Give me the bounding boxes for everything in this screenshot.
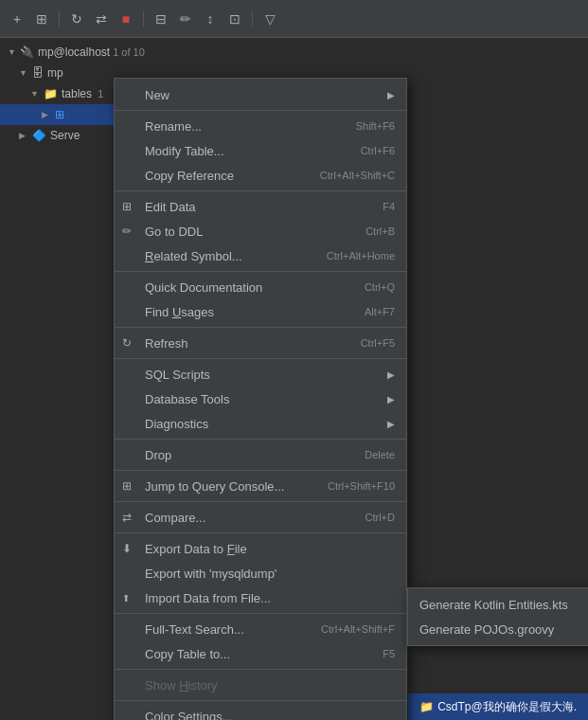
tree-arrow-db: ▼ xyxy=(19,68,28,78)
menu-label-show-history: Show History xyxy=(145,678,218,693)
toolbar-stop-icon[interactable]: ■ xyxy=(116,9,135,28)
menu-item-new[interactable]: New ▶ xyxy=(115,82,406,107)
menu-label-import-file: Import Data from File... xyxy=(145,591,271,605)
menu-label-sql-scripts: SQL Scripts xyxy=(145,368,210,382)
menu-label-copy-table: Copy Table to... xyxy=(145,647,230,661)
menu-label-new: New xyxy=(145,88,169,102)
tree-label-db: mp xyxy=(47,66,63,80)
menu-sep-2 xyxy=(115,271,406,272)
menu-shortcut-find-usages: Alt+F7 xyxy=(365,306,395,317)
context-menu: New ▶ Rename... Shift+F6 Modify Table...… xyxy=(114,78,407,720)
tree-arrow-serve: ▶ xyxy=(19,131,28,140)
menu-arrow-db-tools: ▶ xyxy=(387,394,395,405)
menu-item-quick-doc[interactable]: Quick Documentation Ctrl+Q xyxy=(115,275,406,299)
toolbar-filter-icon[interactable]: ▽ xyxy=(260,9,279,28)
menu-item-find-usages[interactable]: Find Usages Alt+F7 xyxy=(115,299,406,324)
tree-panel: ▼ 🔌 mp@localhost1 of 10 ▼ 🗄 mp ▼ 📁 table… xyxy=(0,38,123,720)
menu-item-copy-reference[interactable]: Copy Reference Ctrl+Alt+Shift+C xyxy=(115,163,406,188)
menu-shortcut-jump-query: Ctrl+Shift+F10 xyxy=(328,480,395,492)
tree-item-serve[interactable]: ▶ 🔷 Serve xyxy=(0,125,123,146)
menu-sep-after-new xyxy=(115,110,406,111)
menu-shortcut-related-symbol: Ctrl+Alt+Home xyxy=(327,250,395,261)
menu-shortcut-go-to-ddl: Ctrl+B xyxy=(365,225,395,237)
toolbar-edit-icon[interactable]: ✏ xyxy=(176,9,195,28)
menu-arrow-diagnostics: ▶ xyxy=(387,419,395,429)
menu-sep-3 xyxy=(115,327,406,328)
menu-arrow-new: ▶ xyxy=(387,90,395,100)
tree-item-connection[interactable]: ▼ 🔌 mp@localhost1 of 10 xyxy=(0,42,123,63)
menu-shortcut-modify-table: Ctrl+F6 xyxy=(361,145,395,156)
tree-item-tables[interactable]: ▼ 📁 tables 1 xyxy=(0,83,123,104)
menu-label-drop: Drop xyxy=(145,448,171,462)
menu-item-sql-scripts[interactable]: SQL Scripts ▶ xyxy=(115,362,406,387)
menu-sep-5 xyxy=(115,439,406,440)
menu-sep-6 xyxy=(115,470,406,471)
menu-item-full-text-search[interactable]: Full-Text Search... Ctrl+Alt+Shift+F xyxy=(115,617,406,641)
submenu-item-gen-pojos[interactable]: Generate POJOs.groovy xyxy=(408,617,588,641)
menu-sep-8 xyxy=(115,532,406,533)
menu-label-jump-query: Jump to Query Console... xyxy=(145,479,284,494)
menu-label-rename: Rename... xyxy=(145,119,202,134)
toolbar-move-icon[interactable]: ↕ xyxy=(201,9,220,28)
toolbar: + ⊞ ↻ ⇄ ■ ⊟ ✏ ↕ ⊡ ▽ xyxy=(0,0,588,38)
toolbar-refresh-icon[interactable]: ↻ xyxy=(67,9,86,28)
menu-icon-ddl: ✏ xyxy=(122,225,132,238)
menu-label-find-usages: Find Usages xyxy=(145,305,214,319)
menu-item-export-file[interactable]: ⬇ Export Data to File xyxy=(115,536,406,561)
menu-item-related-symbol[interactable]: Related Symbol... Ctrl+Alt+Home xyxy=(115,243,406,268)
menu-shortcut-full-text-search: Ctrl+Alt+Shift+F xyxy=(321,623,395,635)
toolbar-table-icon[interactable]: ⊟ xyxy=(151,9,170,28)
menu-label-export-mysqldump: Export with 'mysqldump' xyxy=(145,567,276,581)
tree-item-table-row[interactable]: ▶ ⊞ xyxy=(0,104,123,125)
menu-icon-compare: ⇄ xyxy=(122,511,132,524)
menu-item-edit-data[interactable]: ⊞ Edit Data F4 xyxy=(115,194,406,219)
menu-shortcut-edit-data: F4 xyxy=(383,201,395,212)
menu-shortcut-drop: Delete xyxy=(365,449,395,460)
menu-label-full-text-search: Full-Text Search... xyxy=(145,622,244,637)
toolbar-sep-2 xyxy=(143,11,144,27)
tree-label-serve: Serve xyxy=(50,129,80,142)
toolbar-plus-icon[interactable]: + xyxy=(8,9,27,28)
menu-label-modify-table: Modify Table... xyxy=(145,144,224,158)
menu-sep-1 xyxy=(115,190,406,191)
menu-item-import-file[interactable]: ⬆ Import Data from File... xyxy=(115,585,406,610)
submenu-item-gen-kotlin[interactable]: Generate Kotlin Entities.kts xyxy=(408,592,588,617)
menu-item-copy-table[interactable]: Copy Table to... F5 xyxy=(115,641,406,666)
menu-item-jump-query[interactable]: ⊞ Jump to Query Console... Ctrl+Shift+F1… xyxy=(115,474,406,498)
menu-shortcut-compare: Ctrl+D xyxy=(365,512,395,523)
menu-item-database-tools[interactable]: Database Tools ▶ xyxy=(115,387,406,411)
menu-item-color-settings[interactable]: Color Settings... xyxy=(115,704,406,720)
bottom-bar-text: CsdTp@我的确你是假大海. xyxy=(437,699,577,715)
menu-item-go-to-ddl[interactable]: ✏ Go to DDL Ctrl+B xyxy=(115,219,406,243)
tree-icon-connection: 🔌 xyxy=(20,45,34,59)
menu-label-copy-reference: Copy Reference xyxy=(145,169,234,183)
menu-item-modify-table[interactable]: Modify Table... Ctrl+F6 xyxy=(115,138,406,163)
toolbar-settings-icon[interactable]: ⊡ xyxy=(225,9,244,28)
toolbar-sep-3 xyxy=(252,11,253,27)
menu-item-rename[interactable]: Rename... Shift+F6 xyxy=(115,114,406,138)
menu-item-export-mysqldump[interactable]: Export with 'mysqldump' xyxy=(115,561,406,585)
tree-icon-db: 🗄 xyxy=(32,66,44,80)
tree-arrow-table: ▶ xyxy=(42,110,51,119)
menu-item-refresh[interactable]: ↻ Refresh Ctrl+F5 xyxy=(115,331,406,355)
tree-item-db[interactable]: ▼ 🗄 mp xyxy=(0,63,123,83)
menu-shortcut-rename: Shift+F6 xyxy=(356,120,395,132)
menu-item-diagnostics[interactable]: Diagnostics ▶ xyxy=(115,411,406,436)
tree-label-tables: tables 1 xyxy=(62,87,103,100)
menu-item-compare[interactable]: ⇄ Compare... Ctrl+D xyxy=(115,505,406,530)
menu-label-color-settings: Color Settings... xyxy=(145,710,233,721)
toolbar-grid-icon[interactable]: ⊞ xyxy=(32,9,51,28)
menu-sep-11 xyxy=(115,700,406,701)
menu-item-drop[interactable]: Drop Delete xyxy=(115,442,406,467)
menu-icon-import-file: ⬆ xyxy=(122,593,130,603)
submenu-label-gen-pojos: Generate POJOs.groovy xyxy=(419,622,554,637)
menu-label-refresh: Refresh xyxy=(145,336,188,351)
toolbar-sync-icon[interactable]: ⇄ xyxy=(92,9,111,28)
menu-shortcut-refresh: Ctrl+F5 xyxy=(361,337,395,349)
menu-shortcut-quick-doc: Ctrl+Q xyxy=(365,281,395,293)
menu-label-edit-data: Edit Data xyxy=(145,200,195,214)
tree-arrow-connection: ▼ xyxy=(8,47,16,57)
tree-icon-table: ⊞ xyxy=(55,108,64,121)
toolbar-sep-1 xyxy=(59,11,60,27)
menu-sep-9 xyxy=(115,613,406,614)
